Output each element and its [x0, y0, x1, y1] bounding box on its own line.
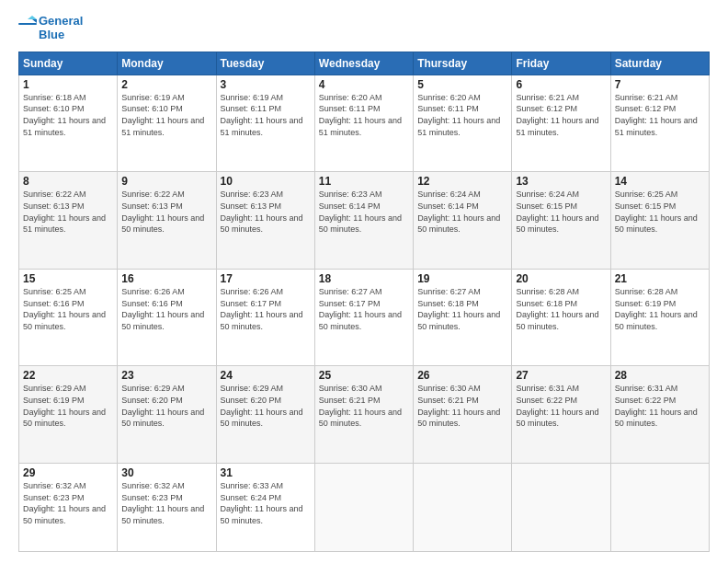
calendar-cell: 20 Sunrise: 6:28 AM Sunset: 6:18 PM Dayl…	[512, 269, 610, 366]
day-number: 20	[516, 272, 606, 285]
header-saturday: Saturday	[610, 52, 709, 75]
logo-general: General	[39, 15, 83, 29]
day-number: 13	[516, 175, 606, 188]
day-info: Sunrise: 6:30 AM Sunset: 6:21 PM Dayligh…	[319, 383, 409, 429]
day-number: 15	[23, 272, 113, 285]
day-number: 7	[615, 78, 705, 91]
header-wednesday: Wednesday	[314, 52, 413, 75]
day-info: Sunrise: 6:29 AM Sunset: 6:20 PM Dayligh…	[221, 383, 311, 429]
day-info: Sunrise: 6:32 AM Sunset: 6:23 PM Dayligh…	[23, 480, 113, 526]
day-number: 30	[121, 466, 211, 479]
day-number: 23	[121, 369, 211, 382]
day-info: Sunrise: 6:25 AM Sunset: 6:15 PM Dayligh…	[615, 189, 705, 235]
calendar-cell	[610, 464, 709, 552]
day-info: Sunrise: 6:29 AM Sunset: 6:19 PM Dayligh…	[23, 383, 113, 429]
day-number: 17	[221, 272, 311, 285]
week-row-1: 1 Sunrise: 6:18 AM Sunset: 6:10 PM Dayli…	[19, 75, 710, 172]
calendar-cell: 18 Sunrise: 6:27 AM Sunset: 6:17 PM Dayl…	[314, 269, 413, 366]
week-row-5: 29 Sunrise: 6:32 AM Sunset: 6:23 PM Dayl…	[19, 464, 710, 552]
day-number: 19	[417, 272, 507, 285]
day-number: 8	[23, 175, 113, 188]
calendar-cell: 28 Sunrise: 6:31 AM Sunset: 6:22 PM Dayl…	[610, 366, 709, 464]
calendar-cell: 8 Sunrise: 6:22 AM Sunset: 6:13 PM Dayli…	[19, 172, 118, 270]
calendar-table: SundayMondayTuesdayWednesdayThursdayFrid…	[18, 52, 710, 552]
day-number: 6	[516, 78, 606, 91]
calendar-cell: 15 Sunrise: 6:25 AM Sunset: 6:16 PM Dayl…	[19, 269, 118, 366]
day-number: 27	[516, 369, 606, 382]
day-number: 21	[615, 272, 705, 285]
calendar-cell: 2 Sunrise: 6:19 AM Sunset: 6:10 PM Dayli…	[118, 75, 216, 172]
day-number: 18	[319, 272, 409, 285]
logo: General Blue	[18, 15, 83, 42]
day-info: Sunrise: 6:33 AM Sunset: 6:24 PM Dayligh…	[221, 480, 311, 526]
day-info: Sunrise: 6:32 AM Sunset: 6:23 PM Dayligh…	[121, 480, 211, 526]
day-number: 12	[417, 175, 507, 188]
day-number: 9	[121, 175, 211, 188]
day-number: 14	[615, 175, 705, 188]
day-info: Sunrise: 6:31 AM Sunset: 6:22 PM Dayligh…	[516, 383, 606, 429]
day-info: Sunrise: 6:26 AM Sunset: 6:17 PM Dayligh…	[221, 286, 311, 332]
day-number: 26	[417, 369, 507, 382]
day-info: Sunrise: 6:26 AM Sunset: 6:16 PM Dayligh…	[121, 286, 211, 332]
header-tuesday: Tuesday	[216, 52, 314, 75]
day-info: Sunrise: 6:28 AM Sunset: 6:19 PM Dayligh…	[615, 286, 705, 332]
calendar-cell: 14 Sunrise: 6:25 AM Sunset: 6:15 PM Dayl…	[610, 172, 709, 270]
calendar-cell: 13 Sunrise: 6:24 AM Sunset: 6:15 PM Dayl…	[512, 172, 610, 270]
calendar-cell: 4 Sunrise: 6:20 AM Sunset: 6:11 PM Dayli…	[314, 75, 413, 172]
day-info: Sunrise: 6:28 AM Sunset: 6:18 PM Dayligh…	[516, 286, 606, 332]
day-info: Sunrise: 6:31 AM Sunset: 6:22 PM Dayligh…	[615, 383, 705, 429]
day-info: Sunrise: 6:18 AM Sunset: 6:10 PM Dayligh…	[23, 92, 113, 138]
day-number: 5	[417, 78, 507, 91]
day-number: 31	[221, 466, 311, 479]
calendar-cell: 23 Sunrise: 6:29 AM Sunset: 6:20 PM Dayl…	[118, 366, 216, 464]
logo-container: General Blue	[18, 15, 83, 42]
day-info: Sunrise: 6:27 AM Sunset: 6:17 PM Dayligh…	[319, 286, 409, 332]
header: General Blue	[18, 15, 710, 42]
day-info: Sunrise: 6:22 AM Sunset: 6:13 PM Dayligh…	[121, 189, 211, 235]
calendar-cell: 22 Sunrise: 6:29 AM Sunset: 6:19 PM Dayl…	[19, 366, 118, 464]
calendar-cell: 11 Sunrise: 6:23 AM Sunset: 6:14 PM Dayl…	[314, 172, 413, 270]
day-info: Sunrise: 6:20 AM Sunset: 6:11 PM Dayligh…	[319, 92, 409, 138]
header-friday: Friday	[512, 52, 610, 75]
calendar-cell: 12 Sunrise: 6:24 AM Sunset: 6:14 PM Dayl…	[414, 172, 512, 270]
calendar-cell: 6 Sunrise: 6:21 AM Sunset: 6:12 PM Dayli…	[512, 75, 610, 172]
logo-blue: Blue	[39, 29, 83, 42]
day-number: 16	[121, 272, 211, 285]
day-info: Sunrise: 6:23 AM Sunset: 6:14 PM Dayligh…	[319, 189, 409, 235]
calendar-cell: 1 Sunrise: 6:18 AM Sunset: 6:10 PM Dayli…	[19, 75, 118, 172]
week-row-2: 8 Sunrise: 6:22 AM Sunset: 6:13 PM Dayli…	[19, 172, 710, 270]
day-info: Sunrise: 6:25 AM Sunset: 6:16 PM Dayligh…	[23, 286, 113, 332]
calendar-cell: 9 Sunrise: 6:22 AM Sunset: 6:13 PM Dayli…	[118, 172, 216, 270]
calendar-cell: 31 Sunrise: 6:33 AM Sunset: 6:24 PM Dayl…	[216, 464, 314, 552]
svg-rect-0	[18, 23, 37, 25]
day-number: 11	[319, 175, 409, 188]
day-info: Sunrise: 6:30 AM Sunset: 6:21 PM Dayligh…	[417, 383, 507, 429]
calendar-cell: 27 Sunrise: 6:31 AM Sunset: 6:22 PM Dayl…	[512, 366, 610, 464]
day-info: Sunrise: 6:23 AM Sunset: 6:13 PM Dayligh…	[221, 189, 311, 235]
calendar-cell: 24 Sunrise: 6:29 AM Sunset: 6:20 PM Dayl…	[216, 366, 314, 464]
calendar-cell: 26 Sunrise: 6:30 AM Sunset: 6:21 PM Dayl…	[414, 366, 512, 464]
page: General Blue SundayMondayTuesdayWednesda…	[0, 0, 728, 563]
day-info: Sunrise: 6:29 AM Sunset: 6:20 PM Dayligh…	[121, 383, 211, 429]
calendar-header-row: SundayMondayTuesdayWednesdayThursdayFrid…	[19, 52, 710, 75]
calendar-cell	[414, 464, 512, 552]
day-info: Sunrise: 6:19 AM Sunset: 6:10 PM Dayligh…	[121, 92, 211, 138]
week-row-3: 15 Sunrise: 6:25 AM Sunset: 6:16 PM Dayl…	[19, 269, 710, 366]
day-info: Sunrise: 6:21 AM Sunset: 6:12 PM Dayligh…	[516, 92, 606, 138]
day-number: 28	[615, 369, 705, 382]
logo-bird-icon	[18, 16, 37, 41]
day-number: 2	[121, 78, 211, 91]
calendar-cell: 25 Sunrise: 6:30 AM Sunset: 6:21 PM Dayl…	[314, 366, 413, 464]
calendar-cell: 7 Sunrise: 6:21 AM Sunset: 6:12 PM Dayli…	[610, 75, 709, 172]
day-info: Sunrise: 6:22 AM Sunset: 6:13 PM Dayligh…	[23, 189, 113, 235]
calendar-cell: 3 Sunrise: 6:19 AM Sunset: 6:11 PM Dayli…	[216, 75, 314, 172]
day-info: Sunrise: 6:24 AM Sunset: 6:15 PM Dayligh…	[516, 189, 606, 235]
header-monday: Monday	[118, 52, 216, 75]
day-info: Sunrise: 6:19 AM Sunset: 6:11 PM Dayligh…	[221, 92, 311, 138]
day-info: Sunrise: 6:24 AM Sunset: 6:14 PM Dayligh…	[417, 189, 507, 235]
day-number: 22	[23, 369, 113, 382]
header-sunday: Sunday	[19, 52, 118, 75]
header-thursday: Thursday	[414, 52, 512, 75]
day-number: 3	[221, 78, 311, 91]
day-number: 4	[319, 78, 409, 91]
